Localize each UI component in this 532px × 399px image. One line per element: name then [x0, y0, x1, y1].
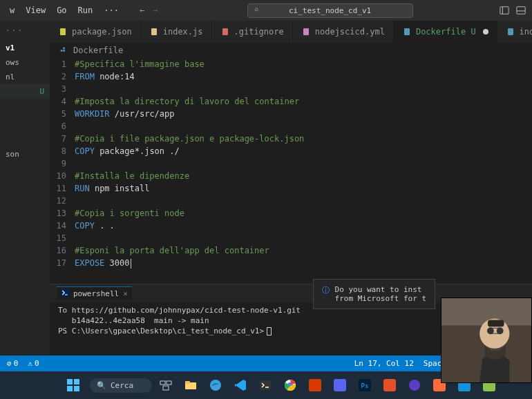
sidebar-item-nl[interactable]: nl — [0, 70, 50, 84]
edge-icon[interactable] — [205, 374, 227, 396]
tab-label: package.json — [72, 27, 132, 37]
notification-toast[interactable]: ⓘ Do you want to inst from Microsoft for… — [313, 279, 435, 309]
file-icon — [402, 27, 412, 37]
svg-rect-21 — [67, 379, 73, 385]
search-icon: 🔍 — [97, 381, 106, 390]
layout-panel-icon[interactable] — [515, 5, 526, 16]
svg-rect-23 — [67, 386, 73, 391]
app-icon-2[interactable] — [329, 374, 351, 396]
titlebar-right — [499, 5, 526, 16]
terminal-tab-label: powershell — [73, 289, 119, 298]
sidebar-item-dockerfile-status[interactable]: U — [0, 84, 50, 99]
terminal-tab-powershell[interactable]: powershell × — [57, 286, 132, 300]
start-button[interactable] — [62, 374, 84, 396]
status-left: ⊘0 ⚠0 — [7, 359, 39, 368]
svg-rect-31 — [260, 380, 271, 390]
command-center: ⌕ — [166, 3, 499, 18]
tab-label: index.test.js — [520, 27, 532, 37]
svg-rect-19 — [488, 320, 504, 327]
search-icon: ⌕ — [254, 5, 259, 19]
status-warnings[interactable]: ⚠0 — [28, 359, 39, 368]
svg-rect-4 — [60, 28, 66, 35]
tab-label: .gitignore — [234, 27, 284, 37]
svg-rect-12 — [63, 48, 65, 50]
editor-tabs: package.jsonindex.js.gitignorenodejscicd… — [50, 21, 532, 43]
layout-toggle-icon[interactable] — [499, 5, 510, 16]
taskbar-search-label: Cerca — [111, 381, 133, 390]
app-icon-4[interactable] — [379, 374, 401, 396]
svg-rect-9 — [508, 28, 513, 35]
svg-rect-25 — [160, 381, 165, 385]
vscode-icon[interactable] — [229, 374, 251, 396]
powershell-icon — [61, 289, 69, 299]
search-input[interactable] — [247, 3, 413, 18]
webcam-overlay — [441, 298, 532, 383]
dirty-indicator-icon — [483, 29, 488, 35]
git-untracked-badge: U — [39, 87, 44, 96]
tab-dockerfile-u[interactable]: Dockerfile U — [394, 21, 497, 43]
tab-label: Dockerfile U — [416, 27, 476, 37]
sidebar-item-v1[interactable]: v1 — [0, 41, 50, 55]
info-icon: ⓘ — [322, 285, 330, 295]
file-icon — [58, 27, 68, 37]
nav-arrows: ← → — [140, 6, 158, 15]
svg-rect-11 — [63, 50, 65, 52]
docker-icon — [59, 46, 69, 55]
sidebar-item-ows[interactable]: ows — [0, 55, 50, 70]
breadcrumb-label: Dockerfile — [73, 46, 123, 55]
file-icon — [220, 27, 230, 37]
notification-text: Do you want to inst from Microsoft for t — [335, 285, 426, 303]
svg-point-39 — [409, 380, 420, 391]
svg-rect-2 — [517, 7, 525, 14]
svg-rect-26 — [167, 381, 171, 385]
menu-view[interactable]: View — [21, 3, 50, 18]
app-icon-3[interactable]: Ps — [354, 374, 376, 396]
code-lines[interactable]: #Specifica l'immagine baseFROM node:14 #… — [75, 58, 532, 280]
file-icon — [301, 27, 311, 37]
line-gutter: 1234567891011121314151617 — [50, 58, 75, 280]
tab-index-js[interactable]: index.js — [141, 21, 212, 43]
sidebar-item-json[interactable]: son — [0, 147, 50, 162]
svg-rect-0 — [500, 7, 509, 14]
terminal-app-icon[interactable] — [254, 374, 276, 396]
menu-go[interactable]: Go — [53, 3, 70, 18]
tab--gitignore[interactable]: .gitignore — [212, 21, 293, 43]
code-editor[interactable]: 1234567891011121314151617 #Specifica l'i… — [50, 58, 532, 284]
file-icon — [149, 27, 159, 37]
tab-label: index.js — [163, 27, 203, 37]
explorer-icon[interactable] — [180, 374, 202, 396]
svg-rect-35 — [334, 379, 346, 391]
status-errors[interactable]: ⊘0 — [7, 359, 18, 368]
svg-rect-29 — [185, 381, 190, 384]
file-icon — [506, 27, 515, 37]
taskbar-search[interactable]: 🔍 Cerca — [90, 378, 152, 393]
menu-w[interactable]: w — [6, 3, 19, 18]
tab-label: nodejscicd.yml — [315, 27, 385, 37]
svg-rect-10 — [61, 50, 63, 52]
app-icon-5[interactable] — [403, 374, 426, 396]
menu-more[interactable]: ··· — [99, 3, 123, 18]
tab-index-test-js[interactable]: index.test.js — [497, 21, 532, 43]
tab-package-json[interactable]: package.json — [50, 21, 141, 43]
svg-rect-38 — [383, 379, 396, 391]
svg-rect-27 — [163, 386, 169, 390]
svg-rect-24 — [74, 386, 79, 391]
nav-back-icon[interactable]: ← — [140, 6, 144, 15]
status-cursor-pos[interactable]: Ln 17, Col 12 — [354, 359, 414, 368]
svg-rect-22 — [74, 379, 79, 385]
svg-rect-5 — [151, 28, 157, 35]
svg-text:Ps: Ps — [361, 382, 369, 389]
task-view-icon[interactable] — [155, 374, 177, 396]
close-icon[interactable]: × — [123, 289, 128, 298]
svg-rect-8 — [404, 28, 410, 35]
svg-rect-6 — [222, 28, 228, 35]
title-bar: w View Go Run ··· ← → ⌕ — [0, 0, 532, 21]
breadcrumb: Dockerfile — [50, 43, 532, 58]
tab-nodejscicd-yml[interactable]: nodejscicd.yml — [293, 21, 394, 43]
nav-forward-icon[interactable]: → — [153, 6, 158, 15]
svg-rect-7 — [303, 28, 309, 35]
sidebar-more[interactable]: ··· — [0, 21, 50, 41]
menu-run[interactable]: Run — [74, 3, 97, 18]
chrome-icon[interactable] — [279, 374, 301, 396]
app-icon-1[interactable] — [304, 374, 326, 396]
